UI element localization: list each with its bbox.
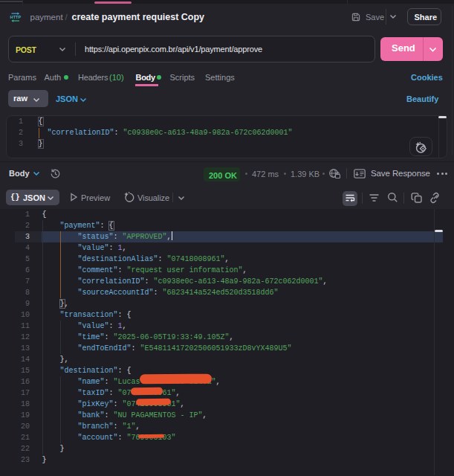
svg-text:HTTP: HTTP: [10, 15, 22, 19]
